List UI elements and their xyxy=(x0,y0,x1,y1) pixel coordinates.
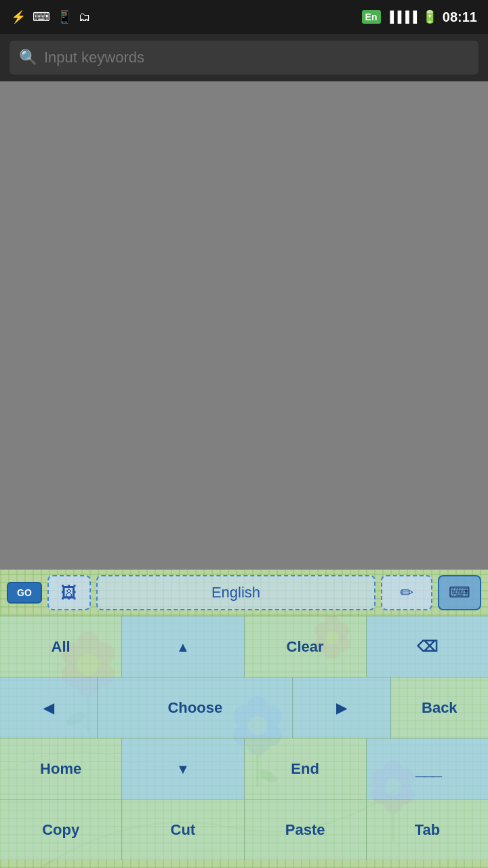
keyboard-toolbar: GO 🖼 English ✏ ⌨ xyxy=(0,570,488,616)
language-badge: En xyxy=(362,10,381,24)
content-area xyxy=(0,81,488,570)
tab-key[interactable]: Tab xyxy=(367,800,488,860)
battery-icon: 🔋 xyxy=(422,9,437,24)
keyboard-rows: All Clear Choose Back xyxy=(0,616,488,860)
space-icon: ___ xyxy=(415,758,439,780)
phone-icon: 📱 xyxy=(57,9,72,24)
down-arrow-icon xyxy=(176,760,190,778)
left-arrow-icon xyxy=(43,699,54,717)
keyboard-toggle-button[interactable]: ⌨ xyxy=(438,575,481,610)
keyboard-row-3: Home End ___ xyxy=(0,738,488,799)
clear-key[interactable]: Clear xyxy=(245,616,367,677)
language-label: English xyxy=(211,584,260,601)
clock: 08:11 xyxy=(443,9,477,25)
usb-icon: ⚡ xyxy=(11,9,26,24)
status-icons-right: En ▐▐▐▐ 🔋 08:11 xyxy=(362,9,477,25)
keyboard-row-2: Choose Back xyxy=(0,677,488,738)
paste-key[interactable]: Paste xyxy=(245,800,367,860)
space-key[interactable]: ___ xyxy=(367,738,488,799)
keyboard-row-4: Copy Cut Paste Tab xyxy=(0,799,488,860)
go-button[interactable]: GO xyxy=(7,582,42,604)
down-arrow-key[interactable] xyxy=(122,738,244,799)
backspace-icon xyxy=(417,638,438,656)
language-button[interactable]: English xyxy=(96,575,375,610)
status-bar: ⚡ ⌨ 📱 🗂 En ▐▐▐▐ 🔋 08:11 xyxy=(0,0,488,34)
choose-key[interactable]: Choose xyxy=(98,677,293,738)
signal-icon: ▐▐▐▐ xyxy=(386,11,417,23)
keyboard-icon: ⌨ xyxy=(449,584,470,601)
keyboard-area: GO 🖼 English ✏ ⌨ All Clear xyxy=(0,570,488,868)
end-key[interactable]: End xyxy=(245,738,367,799)
up-arrow-key[interactable] xyxy=(122,616,244,677)
keyboard-row-1: All Clear xyxy=(0,616,488,677)
sim-icon: 🗂 xyxy=(79,10,91,24)
pencil-icon: ✏ xyxy=(400,583,413,602)
left-arrow-key[interactable] xyxy=(0,677,98,738)
status-icons-left: ⚡ ⌨ 📱 🗂 xyxy=(11,9,91,24)
image-icon: 🖼 xyxy=(61,583,77,602)
right-arrow-icon xyxy=(336,699,346,717)
edit-button[interactable]: ✏ xyxy=(381,575,432,610)
search-box[interactable]: 🔍 xyxy=(9,41,479,75)
home-key[interactable]: Home xyxy=(0,738,122,799)
image-button[interactable]: 🖼 xyxy=(47,575,91,610)
back-key[interactable]: Back xyxy=(391,677,488,738)
copy-key[interactable]: Copy xyxy=(0,800,122,860)
cut-key[interactable]: Cut xyxy=(122,800,244,860)
search-icon: 🔍 xyxy=(19,49,37,66)
up-arrow-icon xyxy=(176,638,190,656)
keyboard-icon: ⌨ xyxy=(33,9,50,24)
right-arrow-key[interactable] xyxy=(293,677,390,738)
backspace-key[interactable] xyxy=(367,616,488,677)
all-key[interactable]: All xyxy=(0,616,122,677)
search-bar[interactable]: 🔍 xyxy=(0,34,488,81)
search-input[interactable] xyxy=(44,49,469,66)
